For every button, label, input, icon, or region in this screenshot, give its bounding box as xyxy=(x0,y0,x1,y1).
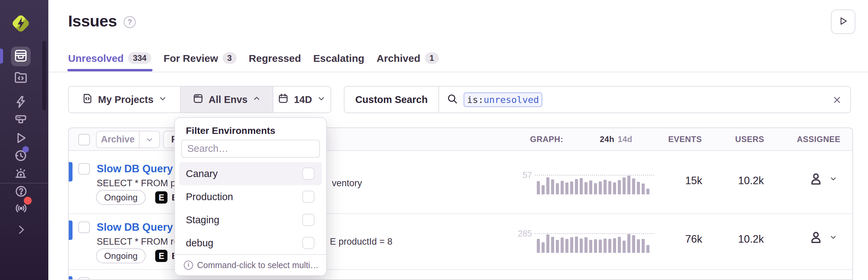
env-option-staging[interactable]: Staging xyxy=(179,208,322,231)
issue-level-bar xyxy=(69,221,73,240)
sidebar-nav xyxy=(0,0,48,280)
token-value: unresolved xyxy=(484,94,539,105)
date-range-filter-button[interactable]: 14D xyxy=(273,87,330,112)
issue-search-bar: Custom Search is:unresolved xyxy=(344,86,851,113)
environment-options: Canary Production Staging debug xyxy=(179,162,322,255)
active-nav-indicator xyxy=(0,49,3,64)
issue-title-link[interactable]: Slow DB Query xyxy=(97,221,173,233)
sidebar-item-alerts[interactable] xyxy=(14,167,28,181)
env-option-checkbox[interactable] xyxy=(302,237,315,249)
chevron-right-icon xyxy=(15,224,27,236)
tab-archived[interactable]: Archived 1 xyxy=(376,52,439,72)
search-token[interactable]: is:unresolved xyxy=(464,92,542,107)
clear-search-icon[interactable] xyxy=(832,95,842,106)
sidebar-scrollbar-thumb[interactable] xyxy=(42,41,46,110)
play-icon xyxy=(838,16,848,28)
page-filter-bar: My Projects All Envs xyxy=(68,86,331,113)
tab-count-badge: 1 xyxy=(425,52,439,64)
tab-label: Archived xyxy=(376,53,420,64)
main-content: Issues ? Unresolved 334 For Review 3 Reg… xyxy=(48,0,868,280)
status-badge: Ongoing xyxy=(96,190,146,205)
projects-icon xyxy=(82,93,93,107)
tab-for-review[interactable]: For Review 3 xyxy=(163,52,236,72)
chevron-down-icon xyxy=(317,94,326,105)
chevron-up-icon xyxy=(252,94,261,105)
assignee-selector[interactable] xyxy=(808,171,837,188)
footer-hint-text: Command-click to select multi… xyxy=(197,260,319,270)
env-option-checkbox[interactable] xyxy=(302,214,315,226)
row-checkbox[interactable] xyxy=(78,277,90,280)
env-option-debug[interactable]: debug xyxy=(179,231,322,255)
replays-notification-dot xyxy=(22,146,29,153)
env-option-canary[interactable]: Canary xyxy=(179,162,322,185)
tab-label: For Review xyxy=(163,53,218,64)
tab-label: Regressed xyxy=(249,53,301,64)
environments-filter-button[interactable]: All Envs xyxy=(180,87,273,112)
issue-level-bar xyxy=(69,162,73,181)
sidebar-item-releases[interactable] xyxy=(14,131,28,145)
realtime-play-button[interactable] xyxy=(831,10,855,34)
project-platform-icon: E xyxy=(155,250,167,262)
tab-unresolved[interactable]: Unresolved 334 xyxy=(68,52,151,72)
info-icon: i xyxy=(184,261,193,270)
archive-button[interactable]: Archive xyxy=(96,131,160,148)
event-sparkline: 285 xyxy=(537,234,649,253)
tab-label: Unresolved xyxy=(68,53,124,64)
issue-tabs: Unresolved 334 For Review 3 Regressed Es… xyxy=(68,52,439,72)
tabs-bottom-border xyxy=(48,72,868,72)
search-icon xyxy=(447,93,458,106)
select-all-checkbox[interactable] xyxy=(78,134,90,145)
row-checkbox[interactable] xyxy=(78,163,90,175)
calendar-icon xyxy=(277,93,289,107)
sparkline-peak-label: 285 xyxy=(511,229,532,239)
sidebar-item-projects[interactable] xyxy=(14,70,28,85)
projector-icon xyxy=(14,113,28,127)
tab-count-badge: 334 xyxy=(128,52,151,64)
issues-icon xyxy=(14,49,28,64)
lightning-icon xyxy=(14,95,28,109)
range-14d[interactable]: 14d xyxy=(618,135,632,144)
dropdown-title: Filter Environments xyxy=(186,125,275,136)
env-option-label: Production xyxy=(186,191,233,203)
whats-new-notification-dot xyxy=(24,197,32,205)
token-key: is: xyxy=(467,94,484,105)
environment-search-input[interactable] xyxy=(181,140,320,158)
sparkline-peak-label: 57 xyxy=(511,170,532,180)
column-header-graph: GRAPH: xyxy=(530,128,563,150)
chevron-down-icon xyxy=(158,94,167,105)
chevron-down-icon[interactable] xyxy=(140,135,159,144)
issue-snippet: SELECT * FROM re xyxy=(97,237,179,247)
range-24h[interactable]: 24h xyxy=(600,135,614,144)
projects-filter-button[interactable]: My Projects xyxy=(69,87,180,112)
issue-snippet: SELECT * FROM p xyxy=(97,178,176,189)
search-input[interactable]: is:unresolved xyxy=(439,87,850,112)
graph-range-toggle[interactable]: 24h14d xyxy=(600,128,641,150)
tab-escalating[interactable]: Escalating xyxy=(313,52,364,72)
env-option-checkbox[interactable] xyxy=(302,191,315,203)
active-tab-underline xyxy=(67,69,152,71)
question-circle-icon xyxy=(14,185,28,198)
row-checkbox[interactable] xyxy=(78,222,90,233)
sidebar-divider xyxy=(0,183,48,183)
column-header-assignee: ASSIGNEE xyxy=(786,128,840,150)
users-count: 10.2k xyxy=(720,175,764,187)
dropdown-footer-hint: i Command-click to select multi… xyxy=(175,254,326,275)
issue-level-bar xyxy=(69,276,73,280)
sidebar-item-help[interactable] xyxy=(14,185,28,198)
column-header-events: EVENTS xyxy=(661,128,702,150)
chevron-down-icon xyxy=(829,233,837,243)
sidebar-item-dashboards[interactable] xyxy=(14,113,28,127)
chevron-down-icon xyxy=(829,175,837,184)
sidebar-item-explore[interactable] xyxy=(14,95,28,109)
sidebar-item-issues[interactable] xyxy=(11,47,31,66)
custom-search-button[interactable]: Custom Search xyxy=(344,87,439,112)
env-option-checkbox[interactable] xyxy=(302,168,315,180)
app-logo[interactable] xyxy=(10,12,32,35)
tab-regressed[interactable]: Regressed xyxy=(249,52,301,72)
env-option-production[interactable]: Production xyxy=(179,185,322,208)
issue-title-link[interactable]: Slow DB Query xyxy=(97,163,173,175)
code-folder-icon xyxy=(14,70,28,85)
assignee-selector[interactable] xyxy=(808,229,837,246)
page-help-icon[interactable]: ? xyxy=(124,16,136,28)
sidebar-collapse-button[interactable] xyxy=(15,224,27,236)
